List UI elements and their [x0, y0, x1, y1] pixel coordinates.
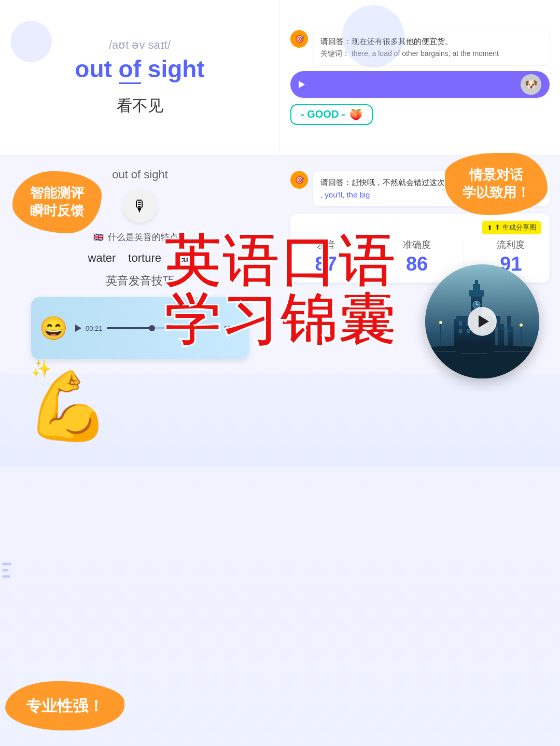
phonetic-text: /aʊt əv saɪt/: [109, 38, 171, 52]
blob-smart-text: 智能测评 瞬时反馈: [30, 185, 84, 220]
blob-scene-line1: 情景对话: [469, 167, 523, 182]
good-row: - GOOD - 🍑: [290, 104, 550, 125]
progress-bar-bg[interactable]: [107, 327, 220, 329]
play-bar[interactable]: 🐶: [290, 71, 550, 98]
blob-pro-text: 专业性强！: [26, 696, 104, 716]
svg-rect-10: [459, 321, 462, 326]
blob-smart-line2: 瞬时反馈: [30, 203, 84, 218]
svg-point-25: [425, 345, 539, 351]
score-divider-1: [370, 243, 370, 272]
svg-rect-23: [507, 316, 511, 329]
blob-smart-shape: 智能测评 瞬时反馈: [12, 171, 102, 233]
deco-circle-3: [342, 5, 404, 67]
uk-question: 什么是英音的特点？: [108, 231, 187, 243]
wave-line: [2, 569, 8, 572]
video-character: 😄: [39, 315, 68, 342]
sparkle-emoji: ✨: [31, 359, 52, 378]
score-pronunciation-value: 87: [315, 253, 337, 275]
wave-line: [2, 575, 10, 578]
deco-circle-1: [10, 21, 52, 62]
chat-avatar-icon: 🎯: [295, 35, 304, 43]
share-icon: ⬆: [487, 224, 493, 232]
score-pronunciation: 发音 87: [315, 238, 337, 275]
score-accuracy-value: 86: [406, 253, 428, 275]
phonetic-row: /aʊt əv saɪt/: [109, 38, 171, 52]
blob-scene-text: 情景对话 学以致用！: [463, 166, 530, 202]
video-progress-area: 00:21 00:25: [75, 325, 241, 332]
fill-in-words: water torture cab: [88, 251, 192, 265]
wave-line: [2, 563, 11, 566]
good-text: - GOOD -: [301, 108, 345, 120]
score-top-row: ⬆ ⬆ 生成分享图: [299, 221, 541, 234]
svg-rect-14: [459, 329, 462, 333]
video-play-icon[interactable]: [75, 325, 81, 332]
muscle-emoji: 💪: [26, 367, 110, 446]
progress-bar-fill: [107, 327, 152, 329]
bubble-professional: 专业性强！: [5, 681, 124, 730]
score-accuracy-label: 准确度: [403, 238, 431, 251]
blob-pro-line1: 专业性强！: [26, 697, 104, 714]
chat-row-1: 🎯 请回答：现在还有很多其他的便宜货。 关键词： there, a load o…: [290, 30, 550, 64]
good-badge: - GOOD - 🍑: [290, 104, 373, 125]
share-button[interactable]: ⬆ ⬆ 生成分享图: [482, 221, 541, 234]
video-card[interactable]: 😄 00:21 00:25: [31, 297, 249, 359]
good-emoji: 🍑: [349, 108, 362, 121]
video-time-end: 00:25: [223, 325, 241, 332]
word-torture: torture: [128, 251, 161, 265]
progress-dot: [149, 325, 155, 331]
page-container: /aʊt əv saɪt/ out of sight 看不见 🎯 请回答：现在还…: [0, 0, 560, 746]
blob-scene-line2: 学以致用！: [463, 185, 530, 200]
word-cab: cab: [174, 251, 192, 265]
word-water: water: [88, 251, 116, 265]
word-text: out of sight: [75, 55, 204, 83]
keywords-label: 关键词：: [320, 49, 349, 58]
uk-flag: 🇬🇧: [93, 232, 104, 242]
record-button[interactable]: 🎙: [123, 190, 157, 223]
svg-rect-15: [467, 329, 470, 333]
share-label: ⬆ 生成分享图: [495, 223, 536, 232]
svg-point-30: [439, 321, 442, 324]
mic-icon: 🎙: [132, 198, 148, 215]
blob-smart-line1: 智能测评: [30, 185, 84, 201]
chat-panel: 🎯 请回答：现在还有很多其他的便宜货。 关键词： there, a load o…: [280, 0, 560, 156]
word-display: out of sight: [75, 55, 204, 83]
play-icon[interactable]: [299, 81, 305, 88]
bubble-scene-dialogue: 情景对话 学以致用！: [445, 153, 548, 215]
wave-lines-bottom: [0, 563, 9, 578]
user-avatar: 🐶: [521, 74, 541, 95]
london-video[interactable]: [425, 264, 539, 378]
pronunciation-section-title: 英音发音技巧: [106, 273, 174, 289]
chinese-translation: 看不见: [117, 95, 163, 117]
svg-point-32: [520, 323, 523, 327]
london-play-button[interactable]: [468, 307, 497, 336]
chat-avatar-2: 🎯: [290, 171, 308, 189]
bubble-smart-assessment: 智能测评 瞬时反馈: [12, 171, 102, 233]
score-fluency-label: 流利度: [497, 238, 525, 251]
blob-pro-shape: 专业性强！: [5, 681, 124, 730]
chat-avatar-1: 🎯: [290, 30, 308, 48]
bottom-section: 💪 ✨: [0, 373, 560, 467]
svg-rect-22: [496, 316, 500, 327]
top-section: /aʊt əv saɪt/ out of sight 看不见 🎯 请回答：现在还…: [0, 0, 560, 156]
svg-rect-4: [475, 280, 478, 286]
score-pronunciation-label: 发音: [317, 238, 335, 251]
chat-avatar-2-icon: 🎯: [295, 176, 304, 184]
uk-question-row: 🇬🇧 什么是英音的特点？: [93, 231, 187, 243]
blob-scene-shape: 情景对话 学以致用！: [445, 153, 548, 215]
video-controls: 00:21 00:25: [75, 325, 241, 332]
london-play-icon: [479, 315, 489, 328]
video-time-start: 00:21: [86, 325, 103, 332]
phrase-display: out of sight: [112, 168, 168, 181]
word-of: of: [119, 55, 141, 84]
